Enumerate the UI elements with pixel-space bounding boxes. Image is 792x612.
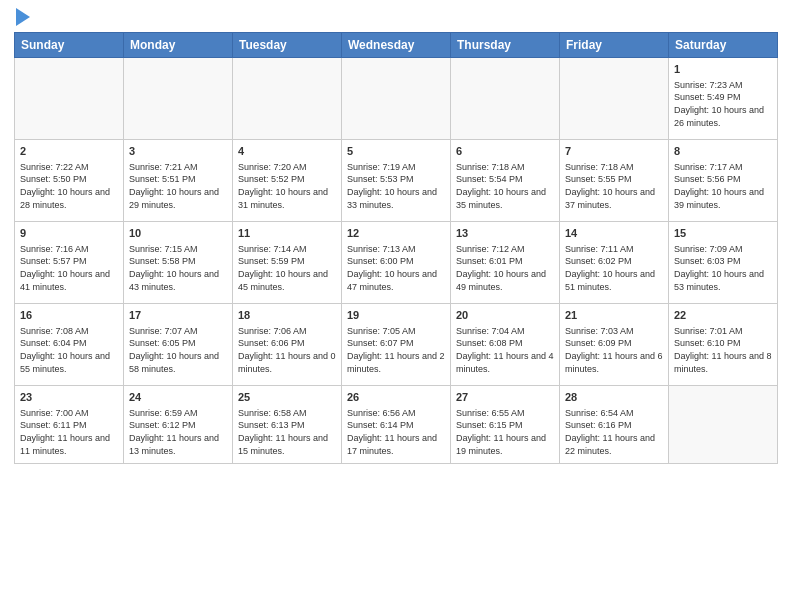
day-number: 19 [347, 308, 445, 323]
day-number: 3 [129, 144, 227, 159]
calendar-cell: 17Sunrise: 7:07 AM Sunset: 6:05 PM Dayli… [124, 304, 233, 386]
calendar-cell: 19Sunrise: 7:05 AM Sunset: 6:07 PM Dayli… [342, 304, 451, 386]
day-info: Sunrise: 7:01 AM Sunset: 6:10 PM Dayligh… [674, 325, 772, 375]
day-info: Sunrise: 7:08 AM Sunset: 6:04 PM Dayligh… [20, 325, 118, 375]
day-number: 17 [129, 308, 227, 323]
calendar-header-thursday: Thursday [451, 33, 560, 58]
day-info: Sunrise: 7:19 AM Sunset: 5:53 PM Dayligh… [347, 161, 445, 211]
calendar-header-tuesday: Tuesday [233, 33, 342, 58]
calendar-cell [669, 386, 778, 464]
calendar-week-2: 2Sunrise: 7:22 AM Sunset: 5:50 PM Daylig… [15, 140, 778, 222]
calendar-cell [124, 58, 233, 140]
calendar-cell: 21Sunrise: 7:03 AM Sunset: 6:09 PM Dayli… [560, 304, 669, 386]
calendar-header-monday: Monday [124, 33, 233, 58]
calendar-header-saturday: Saturday [669, 33, 778, 58]
day-number: 28 [565, 390, 663, 405]
calendar-cell [15, 58, 124, 140]
calendar-cell [451, 58, 560, 140]
day-number: 22 [674, 308, 772, 323]
day-number: 23 [20, 390, 118, 405]
day-info: Sunrise: 6:54 AM Sunset: 6:16 PM Dayligh… [565, 407, 663, 457]
calendar-header-row: SundayMondayTuesdayWednesdayThursdayFrid… [15, 33, 778, 58]
day-info: Sunrise: 7:09 AM Sunset: 6:03 PM Dayligh… [674, 243, 772, 293]
calendar-cell [342, 58, 451, 140]
calendar-cell: 16Sunrise: 7:08 AM Sunset: 6:04 PM Dayli… [15, 304, 124, 386]
day-number: 14 [565, 226, 663, 241]
day-number: 27 [456, 390, 554, 405]
calendar-cell: 14Sunrise: 7:11 AM Sunset: 6:02 PM Dayli… [560, 222, 669, 304]
day-info: Sunrise: 7:14 AM Sunset: 5:59 PM Dayligh… [238, 243, 336, 293]
calendar-cell [233, 58, 342, 140]
day-number: 13 [456, 226, 554, 241]
day-number: 21 [565, 308, 663, 323]
logo [14, 10, 30, 26]
calendar-cell [560, 58, 669, 140]
calendar-cell: 15Sunrise: 7:09 AM Sunset: 6:03 PM Dayli… [669, 222, 778, 304]
day-info: Sunrise: 7:23 AM Sunset: 5:49 PM Dayligh… [674, 79, 772, 129]
calendar-header-friday: Friday [560, 33, 669, 58]
calendar-cell: 4Sunrise: 7:20 AM Sunset: 5:52 PM Daylig… [233, 140, 342, 222]
day-number: 8 [674, 144, 772, 159]
calendar-cell: 10Sunrise: 7:15 AM Sunset: 5:58 PM Dayli… [124, 222, 233, 304]
day-number: 12 [347, 226, 445, 241]
day-info: Sunrise: 6:59 AM Sunset: 6:12 PM Dayligh… [129, 407, 227, 457]
day-info: Sunrise: 7:21 AM Sunset: 5:51 PM Dayligh… [129, 161, 227, 211]
day-info: Sunrise: 7:17 AM Sunset: 5:56 PM Dayligh… [674, 161, 772, 211]
day-number: 6 [456, 144, 554, 159]
calendar-cell: 6Sunrise: 7:18 AM Sunset: 5:54 PM Daylig… [451, 140, 560, 222]
day-info: Sunrise: 7:11 AM Sunset: 6:02 PM Dayligh… [565, 243, 663, 293]
calendar-cell: 9Sunrise: 7:16 AM Sunset: 5:57 PM Daylig… [15, 222, 124, 304]
header [14, 10, 778, 26]
day-number: 26 [347, 390, 445, 405]
day-info: Sunrise: 6:56 AM Sunset: 6:14 PM Dayligh… [347, 407, 445, 457]
calendar-cell: 3Sunrise: 7:21 AM Sunset: 5:51 PM Daylig… [124, 140, 233, 222]
calendar-week-3: 9Sunrise: 7:16 AM Sunset: 5:57 PM Daylig… [15, 222, 778, 304]
day-info: Sunrise: 7:20 AM Sunset: 5:52 PM Dayligh… [238, 161, 336, 211]
day-number: 9 [20, 226, 118, 241]
day-info: Sunrise: 6:55 AM Sunset: 6:15 PM Dayligh… [456, 407, 554, 457]
day-number: 1 [674, 62, 772, 77]
day-info: Sunrise: 7:00 AM Sunset: 6:11 PM Dayligh… [20, 407, 118, 457]
calendar-cell: 20Sunrise: 7:04 AM Sunset: 6:08 PM Dayli… [451, 304, 560, 386]
day-number: 4 [238, 144, 336, 159]
day-info: Sunrise: 7:16 AM Sunset: 5:57 PM Dayligh… [20, 243, 118, 293]
day-number: 18 [238, 308, 336, 323]
day-number: 24 [129, 390, 227, 405]
calendar-cell: 24Sunrise: 6:59 AM Sunset: 6:12 PM Dayli… [124, 386, 233, 464]
day-number: 5 [347, 144, 445, 159]
calendar-cell: 13Sunrise: 7:12 AM Sunset: 6:01 PM Dayli… [451, 222, 560, 304]
calendar-cell: 23Sunrise: 7:00 AM Sunset: 6:11 PM Dayli… [15, 386, 124, 464]
day-info: Sunrise: 7:15 AM Sunset: 5:58 PM Dayligh… [129, 243, 227, 293]
logo-text [14, 10, 30, 26]
day-number: 7 [565, 144, 663, 159]
day-number: 15 [674, 226, 772, 241]
day-info: Sunrise: 7:12 AM Sunset: 6:01 PM Dayligh… [456, 243, 554, 293]
logo-arrow-icon [16, 8, 30, 26]
day-info: Sunrise: 7:22 AM Sunset: 5:50 PM Dayligh… [20, 161, 118, 211]
day-info: Sunrise: 7:13 AM Sunset: 6:00 PM Dayligh… [347, 243, 445, 293]
calendar-week-4: 16Sunrise: 7:08 AM Sunset: 6:04 PM Dayli… [15, 304, 778, 386]
day-info: Sunrise: 6:58 AM Sunset: 6:13 PM Dayligh… [238, 407, 336, 457]
calendar-cell: 28Sunrise: 6:54 AM Sunset: 6:16 PM Dayli… [560, 386, 669, 464]
calendar-cell: 12Sunrise: 7:13 AM Sunset: 6:00 PM Dayli… [342, 222, 451, 304]
day-number: 25 [238, 390, 336, 405]
calendar-cell: 8Sunrise: 7:17 AM Sunset: 5:56 PM Daylig… [669, 140, 778, 222]
day-info: Sunrise: 7:05 AM Sunset: 6:07 PM Dayligh… [347, 325, 445, 375]
day-number: 16 [20, 308, 118, 323]
day-info: Sunrise: 7:18 AM Sunset: 5:55 PM Dayligh… [565, 161, 663, 211]
calendar-cell: 25Sunrise: 6:58 AM Sunset: 6:13 PM Dayli… [233, 386, 342, 464]
day-info: Sunrise: 7:06 AM Sunset: 6:06 PM Dayligh… [238, 325, 336, 375]
calendar-cell: 26Sunrise: 6:56 AM Sunset: 6:14 PM Dayli… [342, 386, 451, 464]
day-info: Sunrise: 7:07 AM Sunset: 6:05 PM Dayligh… [129, 325, 227, 375]
calendar-header-sunday: Sunday [15, 33, 124, 58]
day-number: 11 [238, 226, 336, 241]
calendar-week-5: 23Sunrise: 7:00 AM Sunset: 6:11 PM Dayli… [15, 386, 778, 464]
day-number: 10 [129, 226, 227, 241]
calendar-cell: 11Sunrise: 7:14 AM Sunset: 5:59 PM Dayli… [233, 222, 342, 304]
calendar-week-1: 1Sunrise: 7:23 AM Sunset: 5:49 PM Daylig… [15, 58, 778, 140]
calendar-table: SundayMondayTuesdayWednesdayThursdayFrid… [14, 32, 778, 464]
calendar-cell: 5Sunrise: 7:19 AM Sunset: 5:53 PM Daylig… [342, 140, 451, 222]
day-info: Sunrise: 7:04 AM Sunset: 6:08 PM Dayligh… [456, 325, 554, 375]
calendar-header-wednesday: Wednesday [342, 33, 451, 58]
day-number: 20 [456, 308, 554, 323]
